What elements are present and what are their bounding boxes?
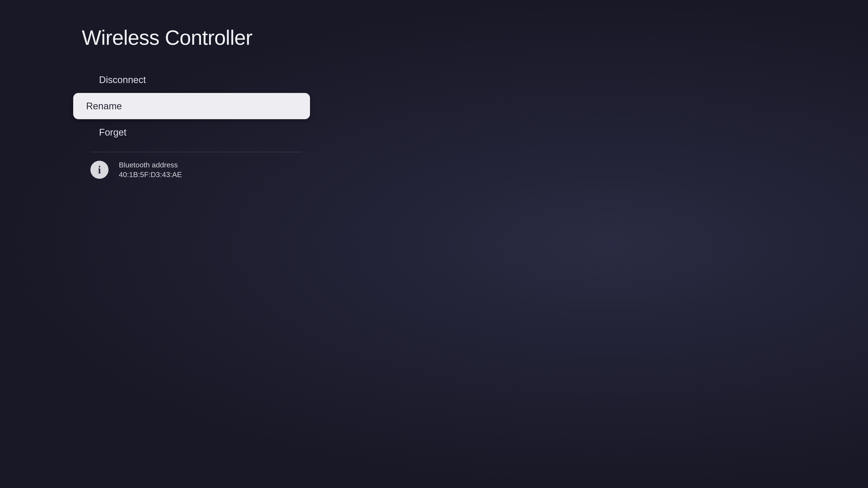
info-icon-glyph: i [98, 164, 101, 175]
rename-button[interactable]: Rename [73, 93, 310, 119]
page-title: Wireless Controller [82, 26, 868, 50]
info-icon: i [90, 161, 108, 179]
device-menu: Disconnect Rename Forget i Bluetooth add… [78, 67, 314, 179]
divider [90, 152, 301, 152]
settings-screen: Wireless Controller Disconnect Rename Fo… [0, 0, 868, 488]
menu-item-label: Disconnect [99, 74, 146, 85]
bluetooth-address-label: Bluetooth address [119, 161, 182, 169]
bluetooth-address-row: i Bluetooth address 40:1B:5F:D3:43:AE [90, 161, 314, 179]
bluetooth-address-value: 40:1B:5F:D3:43:AE [119, 170, 182, 179]
menu-item-label: Forget [99, 127, 126, 137]
forget-button[interactable]: Forget [86, 119, 314, 145]
disconnect-button[interactable]: Disconnect [86, 67, 314, 93]
info-text: Bluetooth address 40:1B:5F:D3:43:AE [119, 161, 182, 179]
menu-item-label: Rename [86, 101, 122, 111]
